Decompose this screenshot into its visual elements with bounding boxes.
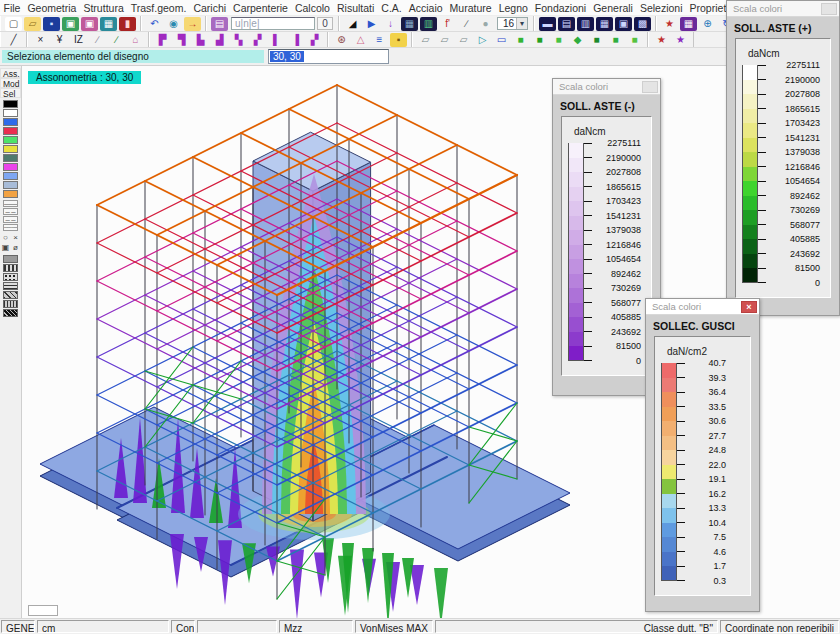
linestyle-swatch[interactable]: ─ ─ ─ xyxy=(3,208,18,215)
color-swatch[interactable] xyxy=(3,154,18,162)
symbol-button[interactable]: ○ xyxy=(1,233,11,243)
linestyle-swatch[interactable]: ──── xyxy=(3,200,18,207)
polygon-icon[interactable]: ⌂ xyxy=(127,33,144,47)
frame-fill-icon[interactable]: ▥ xyxy=(420,17,437,31)
pattern-swatch[interactable] xyxy=(3,291,18,299)
menu-item[interactable]: Generali xyxy=(590,2,637,14)
save-icon[interactable]: ▪ xyxy=(43,17,60,31)
menu-item[interactable]: Calcolo xyxy=(291,2,333,14)
color-swatch[interactable] xyxy=(3,136,18,144)
extrude-icon[interactable]: ▌ xyxy=(268,33,285,47)
linestyle-swatch[interactable]: ┄┄┄┄ xyxy=(3,224,18,231)
color-swatch[interactable] xyxy=(3,109,18,117)
cube-node-icon[interactable]: ◆ xyxy=(569,33,586,47)
color-swatch[interactable] xyxy=(3,118,18,126)
open-folder-icon[interactable]: ▱ xyxy=(24,17,41,31)
wire-box-icon[interactable]: ▱ xyxy=(417,33,434,47)
triangle-outline-icon[interactable]: △ xyxy=(352,33,369,47)
mirror-beam-icon[interactable]: ▚ xyxy=(230,33,247,47)
menu-item[interactable]: Trasf.geom. xyxy=(127,2,190,14)
cube-edge-icon[interactable]: ■ xyxy=(607,33,624,47)
measure-icon[interactable]: ∕ xyxy=(458,17,475,31)
import-model-icon[interactable]: ▦ xyxy=(100,17,117,31)
export-folder-icon[interactable]: → xyxy=(184,17,201,31)
chevron-down-icon[interactable]: ▾ xyxy=(516,18,527,29)
menu-item[interactable]: C.A. xyxy=(378,2,405,14)
solid-cube-icon[interactable]: ■ xyxy=(512,33,529,47)
fill-wedge-icon[interactable]: ◢ xyxy=(344,17,361,31)
view-mode-tab[interactable]: Mod xyxy=(0,78,21,88)
copy-beam-icon[interactable]: ▟ xyxy=(211,33,228,47)
zoom-in-icon[interactable]: ⊕ xyxy=(699,17,716,31)
menu-item[interactable]: File xyxy=(0,2,24,14)
generate-node-icon[interactable]: ▛ xyxy=(154,33,171,47)
menu-item[interactable]: Legno xyxy=(495,2,531,14)
font-size-select[interactable]: 16 ▾ xyxy=(497,17,528,30)
menu-item[interactable]: Selezioni xyxy=(636,2,686,14)
menu-item[interactable]: Carpenterie xyxy=(230,2,292,14)
scale-window-titlebar[interactable]: Scala colori × xyxy=(646,299,759,315)
delete-y-icon[interactable]: ¥ xyxy=(51,33,68,47)
generate-shell-icon[interactable]: ▙ xyxy=(192,33,209,47)
color-swatch[interactable] xyxy=(3,145,18,153)
pattern-swatch[interactable] xyxy=(3,309,18,317)
color-swatch[interactable] xyxy=(3,100,18,108)
pattern-swatch[interactable] xyxy=(3,264,18,272)
close-icon[interactable] xyxy=(821,3,837,15)
solid-box-icon[interactable]: ▭ xyxy=(493,33,510,47)
undo-icon[interactable]: ↶ xyxy=(146,17,163,31)
color-swatch[interactable] xyxy=(3,181,18,189)
new-file-icon[interactable]: ▢ xyxy=(5,17,22,31)
cube-add-icon[interactable]: ■ xyxy=(550,33,567,47)
scale-window-gusci[interactable]: Scala colori × SOLLEC. GUSCI daN/cm2 40.… xyxy=(645,298,760,612)
paste-model-icon[interactable]: ▣ xyxy=(81,17,98,31)
print-layout-icon[interactable]: ▤ xyxy=(211,17,228,31)
close-icon[interactable]: × xyxy=(741,301,757,313)
copy-model-icon[interactable]: ▣ xyxy=(62,17,79,31)
insert-arrow-icon[interactable]: ↓ xyxy=(382,17,399,31)
window-pair-icon[interactable]: ▣ xyxy=(615,17,632,31)
menu-item[interactable]: Struttura xyxy=(80,2,127,14)
menu-item[interactable]: Geometria xyxy=(24,2,80,14)
pattern-swatch[interactable] xyxy=(3,273,18,281)
frame-grid-icon[interactable]: ▦ xyxy=(401,17,418,31)
generate-beam-icon[interactable]: ▜ xyxy=(173,33,190,47)
view-mode-tab[interactable]: Ass. xyxy=(0,68,21,78)
wire-box3-icon[interactable]: ▱ xyxy=(455,33,472,47)
pattern-swatch[interactable] xyxy=(3,255,18,263)
color-swatch[interactable] xyxy=(3,127,18,135)
scale-window-titlebar[interactable]: Scala colori xyxy=(727,1,839,17)
unit-display[interactable]: u|n|e| xyxy=(231,17,315,30)
window-vsplit-icon[interactable]: ▥ xyxy=(577,17,594,31)
menu-item[interactable]: Acciaio xyxy=(405,2,446,14)
redraw-icon[interactable]: ★ xyxy=(661,17,678,31)
pattern-swatch[interactable] xyxy=(3,300,18,308)
globe-icon[interactable]: ◉ xyxy=(165,17,182,31)
local-axis-icon[interactable]: f' xyxy=(439,17,456,31)
window-grid-icon[interactable]: ▩ xyxy=(634,17,651,31)
menu-item[interactable]: Fondazioni xyxy=(531,2,589,14)
window-single-icon[interactable]: ▬ xyxy=(539,17,556,31)
lock-icon[interactable]: ▪ xyxy=(390,33,407,47)
delete-z-icon[interactable]: IZ xyxy=(70,33,87,47)
redraw-purple-icon[interactable]: ★ xyxy=(672,33,689,47)
linestyle-swatch[interactable]: ─ ─ · xyxy=(3,216,18,223)
menu-item[interactable]: Risultati xyxy=(333,2,377,14)
draw-line-icon[interactable]: ╱ xyxy=(5,33,22,47)
color-swatch[interactable] xyxy=(3,172,18,180)
window-quad-icon[interactable]: ▦ xyxy=(596,17,613,31)
pattern-swatch[interactable] xyxy=(3,282,18,290)
list-icon[interactable]: ≡ xyxy=(371,33,388,47)
flag-icon[interactable]: ▷ xyxy=(474,33,491,47)
delete-x-icon[interactable]: × xyxy=(32,33,49,47)
color-swatch[interactable] xyxy=(3,190,18,198)
archive-icon[interactable]: ▮ xyxy=(119,17,136,31)
symbol-button[interactable]: ø xyxy=(11,243,21,253)
align-icon[interactable]: ▞ xyxy=(306,33,323,47)
view-mode-tab[interactable]: Sel xyxy=(0,88,21,98)
split-line-icon[interactable]: ∕ xyxy=(89,33,106,47)
close-icon[interactable] xyxy=(642,81,658,93)
redraw-red-icon[interactable]: ★ xyxy=(653,33,670,47)
sphere-icon[interactable]: ● xyxy=(477,17,494,31)
menu-item[interactable]: Murature xyxy=(446,2,495,14)
